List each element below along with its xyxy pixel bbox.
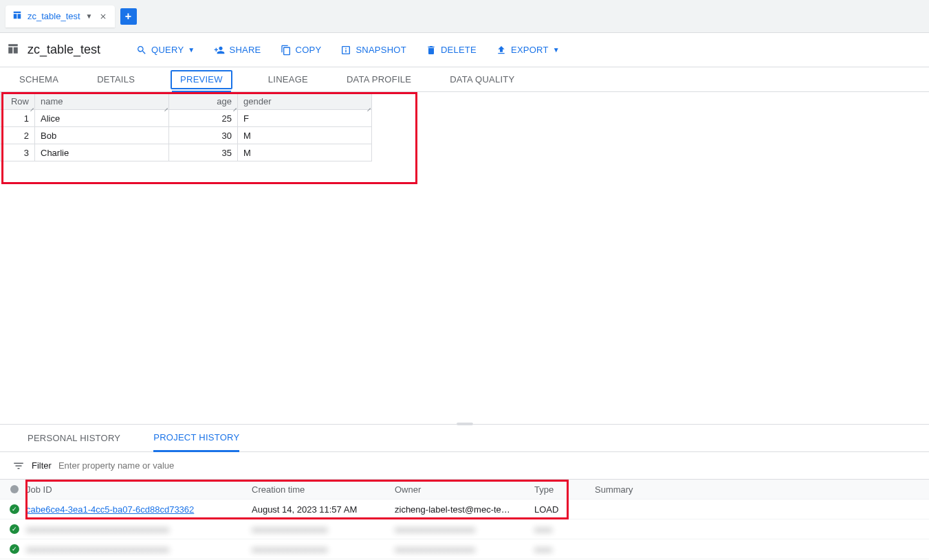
- delete-button[interactable]: DELETE: [426, 45, 477, 56]
- job-row[interactable]: ✓cabe6ce4-3ea1-4cc5-ba07-6cd88cd73362Aug…: [0, 500, 929, 519]
- tab-preview[interactable]: PREVIEW: [171, 70, 232, 89]
- table-row[interactable]: 2Bob30M: [1, 127, 372, 144]
- query-button[interactable]: QUERY ▼: [136, 45, 195, 56]
- editor-tab-label: zc_table_test: [28, 11, 80, 21]
- job-id-link[interactable]: cabe6ce4-3ea1-4cc5-ba07-6cd88cd73362: [26, 504, 246, 515]
- job-type: xxxx: [534, 544, 589, 555]
- job-owner: xxxxxxxxxxxxxxxxxx: [395, 544, 529, 555]
- cell-name: Alice: [35, 110, 169, 127]
- snapshot-button[interactable]: SNAPSHOT: [340, 45, 406, 56]
- tab-data-quality[interactable]: DATA QUALITY: [447, 67, 517, 92]
- table-row[interactable]: 1Alice25F: [1, 110, 372, 127]
- cell-row: 1: [1, 110, 35, 127]
- cell-row: 3: [1, 144, 35, 161]
- cell-age: 25: [169, 110, 238, 127]
- cell-age: 30: [169, 127, 238, 144]
- job-status: ✓: [8, 544, 21, 554]
- snapshot-icon: [340, 45, 351, 56]
- tab-lineage[interactable]: LINEAGE: [265, 67, 311, 92]
- history-panel: PERSONAL HISTORY PROJECT HISTORY Filter …: [0, 424, 929, 560]
- editor-tabbar: zc_table_test ▼ +: [0, 0, 929, 33]
- col-header-type[interactable]: Type: [534, 484, 589, 495]
- tab-personal-history[interactable]: PERSONAL HISTORY: [28, 425, 120, 452]
- person-add-icon: [214, 45, 225, 56]
- filter-bar: Filter: [0, 452, 929, 480]
- cell-name: Bob: [35, 127, 169, 144]
- tab-project-history[interactable]: PROJECT HISTORY: [153, 425, 239, 452]
- job-creation-time: xxxxxxxxxxxxxxxxx: [252, 544, 389, 555]
- preview-area: Row name age gender 1Alice25F2Bob30M3Cha…: [0, 92, 929, 161]
- job-id-link: xxxxxxxxxxxxxxxxxxxxxxxxxxxxxxxx: [26, 524, 246, 535]
- export-icon: [496, 45, 507, 56]
- table-header: zc_table_test QUERY ▼ SHARE COPY SNAPSHO…: [0, 33, 929, 67]
- new-tab-button[interactable]: +: [120, 8, 137, 25]
- col-header-name[interactable]: name: [35, 93, 169, 110]
- col-header-owner[interactable]: Owner: [395, 484, 529, 495]
- col-header-age[interactable]: age: [169, 93, 238, 110]
- check-icon: ✓: [10, 524, 19, 534]
- export-button[interactable]: EXPORT ▼: [496, 45, 560, 56]
- col-header-summary[interactable]: Summary: [595, 484, 921, 495]
- filter-icon: [12, 460, 25, 472]
- editor-tab[interactable]: zc_table_test ▼: [6, 5, 115, 27]
- copy-icon: [281, 45, 292, 56]
- job-row[interactable]: ✓xxxxxxxxxxxxxxxxxxxxxxxxxxxxxxxxxxxxxxx…: [0, 539, 929, 559]
- chevron-down-icon: ▼: [553, 46, 560, 54]
- col-header-creation-time[interactable]: Creation time: [252, 484, 389, 495]
- cell-age: 35: [169, 144, 238, 161]
- history-tabs: PERSONAL HISTORY PROJECT HISTORY: [0, 425, 929, 452]
- status-header[interactable]: [8, 485, 21, 493]
- jobs-header-row: Job ID Creation time Owner Type Summary: [0, 480, 929, 500]
- filter-label: Filter: [32, 460, 52, 471]
- action-toolbar: QUERY ▼ SHARE COPY SNAPSHOT DELETE EXPOR…: [136, 45, 560, 56]
- col-header-gender[interactable]: gender: [238, 93, 372, 110]
- status-dot-icon: [10, 485, 19, 493]
- close-tab-button[interactable]: [98, 12, 108, 21]
- check-icon: ✓: [10, 544, 19, 554]
- job-row[interactable]: ✓xxxxxxxxxxxxxxxxxxxxxxxxxxxxxxxxxxxxxxx…: [0, 519, 929, 539]
- chevron-down-icon[interactable]: ▼: [86, 12, 93, 20]
- chevron-down-icon: ▼: [188, 46, 195, 54]
- cell-gender: F: [238, 110, 372, 127]
- job-type: LOAD: [534, 504, 589, 515]
- col-header-jobid[interactable]: Job ID: [26, 484, 246, 495]
- job-status: ✓: [8, 524, 21, 534]
- cell-row: 2: [1, 127, 35, 144]
- tab-details[interactable]: DETAILS: [94, 67, 138, 92]
- job-status: ✓: [8, 504, 21, 514]
- job-owner: xxxxxxxxxxxxxxxxxx: [395, 524, 529, 535]
- filter-input[interactable]: [58, 460, 917, 471]
- preview-table: Row name age gender 1Alice25F2Bob30M3Cha…: [0, 92, 372, 161]
- cell-gender: M: [238, 144, 372, 161]
- cell-name: Charlie: [35, 144, 169, 161]
- copy-button[interactable]: COPY: [281, 45, 322, 56]
- job-id-link: xxxxxxxxxxxxxxxxxxxxxxxxxxxxxxxx: [26, 544, 246, 555]
- jobs-list: Job ID Creation time Owner Type Summary …: [0, 480, 929, 560]
- job-type: xxxx: [534, 524, 589, 535]
- table-row[interactable]: 3Charlie35M: [1, 144, 372, 161]
- table-subtabs: SCHEMA DETAILS PREVIEW LINEAGE DATA PROF…: [0, 67, 929, 92]
- share-button[interactable]: SHARE: [214, 45, 261, 56]
- job-creation-time: xxxxxxxxxxxxxxxxx: [252, 524, 389, 535]
- tab-schema[interactable]: SCHEMA: [17, 67, 61, 92]
- check-icon: ✓: [10, 504, 19, 514]
- job-creation-time: August 14, 2023 11:57 AM: [252, 504, 389, 515]
- cell-gender: M: [238, 127, 372, 144]
- page-title: zc_table_test: [28, 43, 100, 57]
- tab-data-profile[interactable]: DATA PROFILE: [344, 67, 414, 92]
- table-icon: [7, 43, 19, 57]
- search-icon: [136, 45, 147, 56]
- table-icon: [12, 10, 22, 22]
- trash-icon: [426, 45, 437, 56]
- col-header-row[interactable]: Row: [1, 93, 35, 110]
- panel-drag-handle[interactable]: [457, 423, 473, 425]
- job-owner: zicheng-label-test@mec-te…: [395, 504, 529, 515]
